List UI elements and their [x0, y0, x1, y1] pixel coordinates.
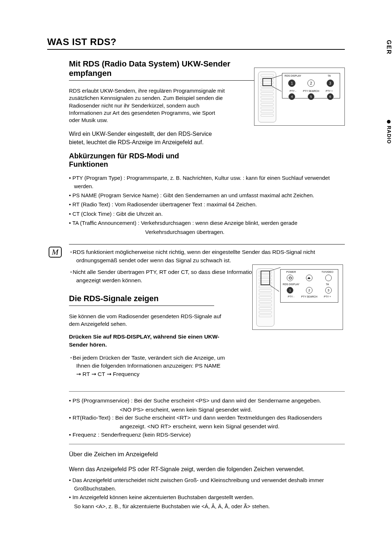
second-rt-cont: angezeigt. <NO RT> erscheint, wenn kein …: [69, 422, 345, 430]
label-tvvideo: TV/VIDEO: [318, 271, 336, 273]
btn-2: 2: [306, 287, 313, 294]
def-pty: PTY (Program Type) : Programmsparte, z. …: [69, 174, 345, 191]
section-rds-receive: Mit RDS (Radio Data System) UKW-Sender e…: [69, 59, 272, 81]
def-ps: PS NAME (Program Service Name) : Gibt de…: [69, 191, 345, 199]
label-rds-display: RDS DISPLAY: [282, 283, 300, 286]
btn-1: 1: [288, 80, 295, 87]
btn-3: 3: [327, 80, 334, 87]
chars-intro: Wenn das Anzeigefeld PS oder RT-Signale …: [69, 466, 345, 473]
def-rt: RT (Radio Text) : Vom Radiosender übertr…: [69, 200, 345, 209]
btn-2: 2: [307, 80, 315, 87]
intro-paragraph: RDS erlaubt UKW-Sendern, ihre regulären …: [69, 87, 225, 124]
section-show-signals: Die RDS-Signale zeigen: [69, 294, 214, 306]
press-instruction: Drücken Sie auf RDS-DISPLAY, während Sie…: [69, 333, 221, 348]
section-dot-icon: [387, 120, 391, 124]
divider: [69, 444, 345, 444]
chars-2-cont: So kann <A>, z. B., für akzentuierte Buc…: [69, 502, 345, 511]
zoom-rect: [261, 271, 270, 285]
label-pty-minus: PTY -: [284, 90, 302, 92]
def-ct: CT (Clock Time) : Gibt die Uhrzeit an.: [69, 210, 345, 218]
second-ps-cont: <NO PS> erscheint, wenn kein Signal gese…: [69, 406, 345, 414]
side-tab-lang: GER: [377, 40, 392, 55]
note-1: RDS funktioniert möglicherweise nicht ri…: [69, 248, 345, 264]
chars-1: Das Anzeigefeld unterscheidet nicht zwis…: [69, 476, 345, 493]
page-content: WAS IST RDS? Mit RDS (Radio Data System)…: [47, 36, 345, 510]
eject-icon: ⏏: [306, 275, 313, 281]
definition-list: PTY (Program Type) : Programmsparte, z. …: [69, 174, 345, 236]
btn-4: 4: [289, 93, 295, 100]
main-body: Mit RDS (Radio Data System) UKW-Sender e…: [69, 59, 345, 510]
chars-title: Über die Zeichen im Anzeigefeld: [69, 451, 345, 458]
btn-6: 6: [327, 93, 334, 100]
second-list: PS (Programmservice) : Bei der Suche ers…: [69, 397, 345, 439]
signals-intro: Sie können die vom Radiosender gesendete…: [69, 312, 221, 328]
def-ta: TA (Traffic Announcement) : Verkehrsdurc…: [69, 219, 345, 227]
label-pty-plus: PTY +: [320, 90, 338, 92]
power-icon: ⏻: [287, 275, 293, 281]
remote-callout-mid: POWER TV/VIDEO ⏻ ⏏ RDS DISPLAY TA 1 2: [280, 269, 338, 303]
label-rds-display: RDS DISPLAY: [284, 74, 302, 77]
divider: [69, 391, 345, 392]
btn-1: 1: [287, 287, 293, 294]
chars-list: Das Anzeigefeld unterscheidet nicht zwis…: [69, 476, 345, 510]
second-rt: RT(Radio-Text) : Bei der Suche erscheint…: [69, 414, 345, 422]
label-pty-search: PTY SEARCH: [300, 295, 318, 298]
label-ta: TA: [318, 283, 336, 286]
remote-figure-mid: POWER TV/VIDEO ⏻ ⏏ RDS DISPLAY TA 1 2: [252, 264, 343, 330]
note-icon: M: [49, 247, 62, 258]
tvvideo-btn: [325, 275, 332, 281]
page-title: WAS IST RDS?: [47, 36, 345, 50]
btn-5: 5: [308, 93, 314, 100]
label-pty-plus: PTY +: [318, 295, 336, 298]
chars-2: Im Anzeigefeld können keine akzentuierte…: [69, 493, 345, 502]
label-power: POWER: [282, 271, 300, 273]
zoom-rect: [262, 78, 272, 86]
remote-figure-top: RDS DISPLAY TA 1 2 3 PTY - PTY SEARCH PT…: [254, 68, 345, 126]
side-tab-section: RADIO: [377, 120, 392, 144]
side-section-text: RADIO: [386, 126, 392, 144]
cycle-info: Bei jedem Drücken der Taste, verändert s…: [69, 354, 225, 378]
second-freq: Frequenz : Senderfrequenz (kein RDS-Serv…: [69, 431, 345, 439]
label-pty-search: PTY SEARCH: [302, 90, 320, 92]
section-abbreviations: Abkürzungen für RDS-Modi und Funktionen: [69, 152, 200, 169]
label-ta: TA: [320, 74, 338, 77]
label-pty-minus: PTY -: [282, 295, 300, 298]
btn-3: 3: [325, 287, 332, 294]
second-ps: PS (Programmservice) : Bei der Suche ers…: [69, 397, 345, 405]
remote-callout-top: RDS DISPLAY TA 1 2 3 PTY - PTY SEARCH PT…: [282, 73, 340, 98]
def-ta-cont: Verkehrsdurchsagen übertragen.: [69, 228, 345, 236]
rds-service-paragraph: Wird ein UKW-Sender eingestellt, der den…: [69, 130, 225, 146]
